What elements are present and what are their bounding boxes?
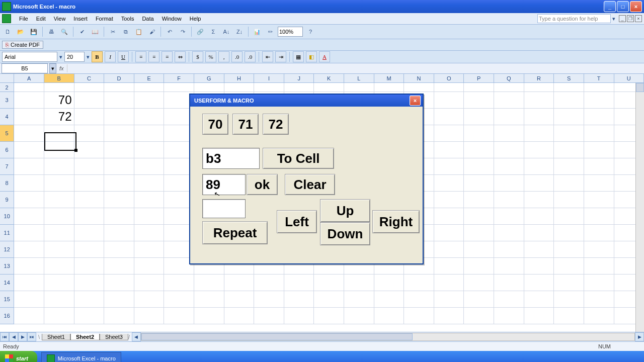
cell-E7[interactable]: [134, 158, 165, 175]
cell-T14[interactable]: [584, 275, 614, 291]
copy-icon[interactable]: ⧉: [120, 26, 131, 37]
cell-L14[interactable]: [344, 275, 374, 291]
cell-B9[interactable]: [44, 192, 74, 208]
align-right-button[interactable]: ≡: [162, 51, 173, 62]
cell-Q4[interactable]: [494, 109, 524, 125]
cell-I14[interactable]: [254, 275, 284, 291]
menu-edit[interactable]: Edit: [32, 15, 50, 23]
cut-icon[interactable]: ✂: [107, 26, 118, 37]
col-header-J[interactable]: J: [284, 74, 314, 83]
vertical-scrollbar[interactable]: [635, 83, 644, 332]
to-cell-button[interactable]: To Cell: [263, 148, 334, 169]
row-header-11[interactable]: 11: [0, 225, 14, 241]
sheet-tab-sheet2[interactable]: Sheet2: [70, 334, 100, 340]
btn-72[interactable]: 72: [263, 114, 289, 135]
fx-label[interactable]: fx: [59, 65, 64, 71]
doc-close-button[interactable]: ×: [635, 15, 642, 22]
col-header-D[interactable]: D: [104, 74, 134, 83]
cell-B3[interactable]: 70: [44, 92, 74, 109]
row-header-14[interactable]: 14: [0, 275, 14, 291]
cell-D9[interactable]: [104, 192, 134, 208]
cell-P15[interactable]: [464, 291, 494, 308]
cell-E5[interactable]: [134, 125, 165, 142]
cell-A7[interactable]: [14, 158, 44, 175]
cell-T7[interactable]: [584, 158, 614, 175]
cell-A15[interactable]: [14, 291, 44, 308]
clear-button[interactable]: Clear: [285, 174, 335, 195]
row-header-6[interactable]: 6: [0, 142, 14, 158]
cell-A4[interactable]: [14, 109, 44, 125]
cell-C8[interactable]: [74, 175, 105, 192]
cell-O11[interactable]: [434, 225, 464, 241]
cell-R3[interactable]: [524, 92, 554, 109]
cell-S13[interactable]: [554, 258, 584, 275]
btn-70[interactable]: 70: [202, 114, 228, 135]
open-icon[interactable]: 📂: [15, 26, 26, 37]
cell-I15[interactable]: [254, 291, 284, 308]
cell-E8[interactable]: [134, 175, 165, 192]
cell-C11[interactable]: [74, 225, 105, 241]
row-header-5[interactable]: 5: [0, 125, 14, 142]
cell-F14[interactable]: [164, 275, 194, 291]
cell-A16[interactable]: [14, 308, 44, 324]
cell-Q9[interactable]: [494, 192, 524, 208]
row-header-16[interactable]: 16: [0, 308, 14, 324]
col-header-R[interactable]: R: [524, 74, 554, 83]
cell-R6[interactable]: [524, 142, 554, 158]
col-header-E[interactable]: E: [134, 74, 165, 83]
row-header-12[interactable]: 12: [0, 241, 14, 258]
cell-Q11[interactable]: [494, 225, 524, 241]
scroll-right-icon[interactable]: ▶: [635, 332, 644, 341]
cell-B7[interactable]: [44, 158, 74, 175]
cell-M15[interactable]: [374, 291, 405, 308]
cell-J2[interactable]: [284, 83, 314, 92]
percent-button[interactable]: %: [205, 51, 216, 62]
taskbar-app-button[interactable]: Microsoft Excel - macro: [41, 352, 121, 362]
cell-C6[interactable]: [74, 142, 105, 158]
up-button[interactable]: Up: [320, 199, 370, 222]
cell-O7[interactable]: [434, 158, 464, 175]
cell-R8[interactable]: [524, 175, 554, 192]
redo-icon[interactable]: ↷: [177, 26, 188, 37]
cell-H16[interactable]: [224, 308, 255, 324]
cell-D10[interactable]: [104, 208, 134, 225]
sheet-tab-sheet1[interactable]: Sheet1: [42, 334, 70, 340]
cell-S5[interactable]: [554, 125, 584, 142]
cell-S15[interactable]: [554, 291, 584, 308]
cell-O4[interactable]: [434, 109, 464, 125]
cell-H15[interactable]: [224, 291, 255, 308]
cell-D11[interactable]: [104, 225, 134, 241]
cell-O8[interactable]: [434, 175, 464, 192]
cell-T13[interactable]: [584, 258, 614, 275]
row-header-3[interactable]: 3: [0, 92, 14, 109]
sheet-nav-next[interactable]: ▶: [18, 332, 27, 341]
cell-R9[interactable]: [524, 192, 554, 208]
cell-O2[interactable]: [434, 83, 464, 92]
cell-T11[interactable]: [584, 225, 614, 241]
menu-view[interactable]: View: [50, 15, 70, 23]
cell-A13[interactable]: [14, 258, 44, 275]
col-header-N[interactable]: N: [404, 74, 434, 83]
cell-S16[interactable]: [554, 308, 584, 324]
cell-T3[interactable]: [584, 92, 614, 109]
cell-R16[interactable]: [524, 308, 554, 324]
col-header-K[interactable]: K: [314, 74, 344, 83]
cell-M16[interactable]: [374, 308, 405, 324]
cell-ref-input[interactable]: b3: [202, 148, 260, 169]
select-all[interactable]: [0, 74, 14, 83]
cell-P2[interactable]: [464, 83, 494, 92]
borders-button[interactable]: ▦: [293, 51, 304, 62]
cell-T6[interactable]: [584, 142, 614, 158]
cell-T9[interactable]: [584, 192, 614, 208]
italic-button[interactable]: I: [105, 51, 116, 62]
namebox-dropdown[interactable]: ▾: [49, 63, 56, 73]
cell-Q5[interactable]: [494, 125, 524, 142]
cell-Q3[interactable]: [494, 92, 524, 109]
cell-K15[interactable]: [314, 291, 344, 308]
sheet-nav-last[interactable]: ⏭: [27, 332, 36, 341]
cell-O6[interactable]: [434, 142, 464, 158]
col-header-Q[interactable]: Q: [494, 74, 524, 83]
cell-F2[interactable]: [164, 83, 194, 92]
cell-P12[interactable]: [464, 241, 494, 258]
sheet-tab-sheet3[interactable]: Sheet3: [100, 334, 128, 340]
